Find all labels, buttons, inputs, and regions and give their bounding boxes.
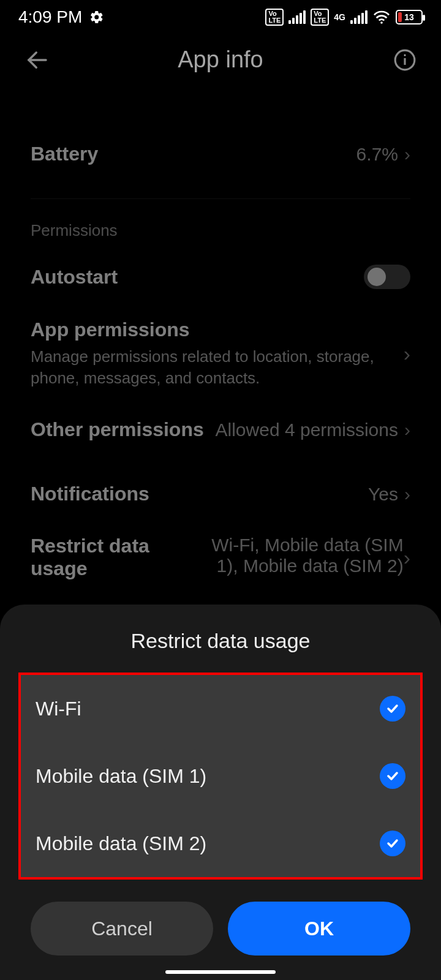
autostart-label: Autostart bbox=[31, 266, 118, 288]
app-permissions-desc: Manage permissions related to location, … bbox=[31, 346, 391, 389]
option-sim2-label: Mobile data (SIM 2) bbox=[36, 832, 206, 855]
row-restrict-data[interactable]: Restrict data usage Wi-Fi, Mobile data (… bbox=[31, 520, 410, 595]
header: App info bbox=[0, 33, 441, 91]
row-app-permissions[interactable]: App permissions Manage permissions relat… bbox=[31, 304, 410, 404]
row-other-permissions[interactable]: Other permissions Allowed 4 permissions … bbox=[31, 404, 410, 456]
chevron-right-icon: › bbox=[404, 342, 410, 366]
gear-icon bbox=[89, 10, 104, 24]
chevron-right-icon: › bbox=[404, 144, 410, 165]
page-title: App info bbox=[178, 47, 263, 73]
settings-content: Battery 6.7% › Permissions Autostart App… bbox=[0, 91, 441, 595]
chevron-right-icon: › bbox=[404, 484, 410, 505]
signal-sim1-icon bbox=[288, 10, 306, 24]
section-permissions: Permissions bbox=[31, 211, 410, 250]
option-wifi-label: Wi-Fi bbox=[36, 698, 81, 720]
svg-point-0 bbox=[380, 21, 383, 24]
row-autostart[interactable]: Autostart bbox=[31, 250, 410, 304]
other-permissions-label: Other permissions bbox=[31, 418, 204, 441]
info-button[interactable] bbox=[387, 48, 417, 72]
other-permissions-value: Allowed 4 permissions bbox=[216, 420, 398, 440]
restrict-data-label: Restrict data usage bbox=[31, 535, 208, 580]
row-notifications[interactable]: Notifications Yes › bbox=[31, 468, 410, 520]
volte-sim2-icon: VoLTE bbox=[311, 9, 329, 26]
status-bar: 4:09 PM VoLTE VoLTE 4G 13 bbox=[0, 0, 441, 33]
autostart-toggle[interactable] bbox=[364, 265, 410, 289]
battery-icon: 13 bbox=[396, 10, 423, 24]
network-4g-label: 4G bbox=[334, 13, 345, 21]
option-sim2[interactable]: Mobile data (SIM 2) bbox=[21, 810, 420, 877]
restrict-data-value: Wi-Fi, Mobile data (SIM 1), Mobile data … bbox=[208, 535, 404, 576]
app-permissions-label: App permissions bbox=[31, 318, 391, 341]
back-button[interactable] bbox=[24, 47, 54, 73]
volte-sim1-icon: VoLTE bbox=[265, 9, 284, 26]
notifications-label: Notifications bbox=[31, 483, 149, 505]
sheet-title: Restrict data usage bbox=[0, 605, 441, 673]
option-sim1[interactable]: Mobile data (SIM 1) bbox=[21, 742, 420, 810]
row-battery[interactable]: Battery 6.7% › bbox=[31, 128, 410, 180]
check-icon bbox=[380, 696, 405, 722]
wifi-icon bbox=[372, 10, 391, 24]
check-icon bbox=[380, 831, 405, 856]
restrict-data-sheet: Restrict data usage Wi-Fi Mobile data (S… bbox=[0, 605, 441, 980]
notifications-value: Yes bbox=[368, 484, 398, 505]
svg-point-4 bbox=[404, 54, 405, 56]
battery-label: Battery bbox=[31, 143, 98, 165]
status-time: 4:09 PM bbox=[18, 7, 82, 27]
ok-button[interactable]: OK bbox=[228, 902, 410, 956]
option-sim1-label: Mobile data (SIM 1) bbox=[36, 765, 206, 788]
home-indicator[interactable] bbox=[165, 970, 276, 974]
chevron-right-icon: › bbox=[404, 420, 410, 440]
divider bbox=[31, 198, 410, 199]
signal-sim2-icon bbox=[350, 10, 368, 24]
check-icon bbox=[380, 763, 405, 789]
sheet-option-list: Wi-Fi Mobile data (SIM 1) Mobile data (S… bbox=[18, 673, 423, 880]
option-wifi[interactable]: Wi-Fi bbox=[21, 675, 420, 742]
cancel-button[interactable]: Cancel bbox=[31, 902, 213, 956]
chevron-right-icon: › bbox=[404, 546, 410, 570]
battery-value: 6.7% bbox=[356, 144, 398, 165]
